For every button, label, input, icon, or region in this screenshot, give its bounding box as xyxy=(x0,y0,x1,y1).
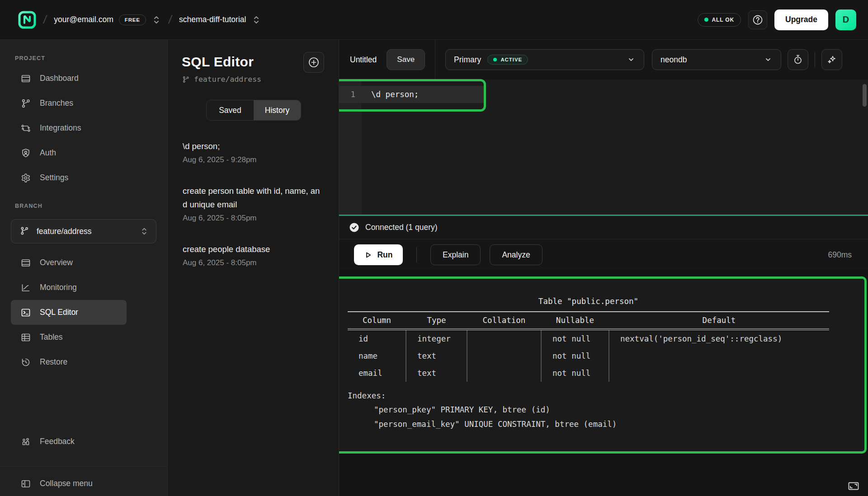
branch-selector[interactable]: feature/address xyxy=(11,219,156,243)
collapse-panel-icon xyxy=(20,478,31,489)
sidebar-item-tables[interactable]: Tables xyxy=(11,325,127,350)
gear-icon xyxy=(20,173,31,183)
sql-editor-panel: SQL Editor feature/address Saved Histor xyxy=(168,40,339,496)
analyze-button[interactable]: Analyze xyxy=(490,244,542,265)
connection-status-bar: Connected (1 query) xyxy=(339,216,868,239)
query-tab-title[interactable]: Untitled xyxy=(350,55,377,65)
history-item[interactable]: \d person; Aug 6, 2025 - 9:28pm xyxy=(183,140,324,164)
query-duration: 690ms xyxy=(828,250,852,260)
sidebar: PROJECT Dashboard Branches xyxy=(0,40,168,496)
history-list: \d person; Aug 6, 2025 - 9:28pm create p… xyxy=(182,140,339,267)
account-switcher-chevrons-icon[interactable] xyxy=(151,14,161,26)
table-row: id integer not null nextval('person_id_s… xyxy=(348,329,829,347)
git-branch-icon xyxy=(20,98,31,109)
check-circle-icon xyxy=(349,222,359,233)
sidebar-item-overview[interactable]: Overview xyxy=(11,250,127,275)
expand-results-button[interactable] xyxy=(847,481,860,491)
help-button[interactable] xyxy=(748,10,767,29)
sidebar-item-dashboard[interactable]: Dashboard xyxy=(11,66,127,91)
sidebar-item-feedback[interactable]: Feedback xyxy=(11,429,127,454)
connection-status-text: Connected (1 query) xyxy=(365,223,438,232)
status-badge[interactable]: ALL OK xyxy=(698,13,741,27)
sidebar-section-project: PROJECT xyxy=(15,55,167,61)
indexes-label: Indexes: xyxy=(348,389,864,402)
sparkles-icon xyxy=(826,54,838,66)
history-item[interactable]: create person table with id, name, and u… xyxy=(183,184,324,223)
sidebar-item-integrations[interactable]: Integrations xyxy=(11,116,127,140)
sidebar-item-sql-editor[interactable]: SQL Editor xyxy=(11,300,127,325)
sidebar-item-auth[interactable]: Auth xyxy=(11,140,127,165)
result-header-row: Column Type Collation Nullable Default xyxy=(348,312,829,329)
column-header: Column xyxy=(348,312,406,329)
new-query-button[interactable] xyxy=(303,52,324,73)
column-header: Collation xyxy=(467,312,541,329)
feedback-people-icon xyxy=(20,436,31,447)
sidebar-section-branch: BRANCH xyxy=(15,203,167,209)
dashboard-icon xyxy=(20,73,31,84)
expand-icon xyxy=(847,481,860,491)
sidebar-item-monitoring[interactable]: Monitoring xyxy=(11,275,127,300)
sidebar-divider xyxy=(0,466,167,467)
actions-divider xyxy=(416,247,417,262)
index-entry: "person_pkey" PRIMARY KEY, btree (id) xyxy=(348,402,864,417)
result-table: Column Type Collation Nullable Default i… xyxy=(348,311,829,382)
sidebar-item-settings[interactable]: Settings xyxy=(11,165,127,190)
code-text: \d person; xyxy=(371,90,419,99)
index-entry: "person_email_key" UNIQUE CONSTRAINT, bt… xyxy=(348,417,864,431)
annotation-box-results: Table "public.person" Column Type Collat… xyxy=(339,276,867,454)
editor-scrollbar[interactable] xyxy=(863,84,867,107)
chevron-down-icon xyxy=(627,55,636,64)
chevrons-updown-icon xyxy=(140,226,149,237)
line-number: 1 xyxy=(339,90,361,99)
results-area: Table "public.person" Column Type Collat… xyxy=(339,270,868,496)
neon-console: / your@email.com FREE / schema-diff-tuto… xyxy=(0,0,868,496)
breadcrumb-separator: / xyxy=(42,13,48,27)
monitoring-chart-icon xyxy=(20,282,31,293)
account-email[interactable]: your@email.com xyxy=(54,15,113,24)
branch-dropdown[interactable]: Primary ACTIVE xyxy=(445,49,644,70)
toolbar-divider xyxy=(815,52,815,67)
code-line[interactable]: 1 \d person; xyxy=(339,86,484,103)
status-ok-dot-icon xyxy=(704,18,708,22)
ai-assist-button[interactable] xyxy=(821,49,842,70)
git-branch-icon xyxy=(19,226,30,237)
panel-resizer[interactable] xyxy=(339,215,868,216)
save-button[interactable]: Save xyxy=(387,49,425,70)
project-switcher-chevrons-icon[interactable] xyxy=(251,14,261,26)
tab-history[interactable]: History xyxy=(254,100,301,120)
sidebar-item-collapse-menu[interactable]: Collapse menu xyxy=(11,471,127,496)
query-actions: Run Explain Analyze 690ms xyxy=(339,240,868,270)
stopwatch-icon xyxy=(792,54,804,66)
top-header: / your@email.com FREE / schema-diff-tuto… xyxy=(0,0,868,40)
active-dot-icon xyxy=(493,58,497,61)
plus-circle-icon xyxy=(307,56,320,69)
overview-icon xyxy=(20,257,31,268)
chevron-down-icon xyxy=(764,55,773,64)
column-header: Type xyxy=(406,312,467,329)
run-button[interactable]: Run xyxy=(354,244,403,265)
toolbar-divider xyxy=(435,40,435,80)
upgrade-button[interactable]: Upgrade xyxy=(774,9,828,30)
sidebar-item-restore[interactable]: Restore xyxy=(11,350,127,374)
query-history-timer-button[interactable] xyxy=(788,49,808,70)
project-name[interactable]: schema-diff-tutorial xyxy=(179,15,246,24)
result-table-title: Table "public.person" xyxy=(348,297,829,306)
editor-area: Untitled Save Primary ACTIVE neondb xyxy=(339,40,868,496)
user-avatar[interactable]: D xyxy=(835,9,856,30)
editor-toolbar: Untitled Save Primary ACTIVE neondb xyxy=(339,40,868,80)
history-item[interactable]: create people database Aug 6, 2025 - 8:0… xyxy=(183,243,324,267)
table-row: name text not null xyxy=(348,347,829,365)
database-dropdown[interactable]: neondb xyxy=(652,49,781,70)
explain-button[interactable]: Explain xyxy=(430,244,481,265)
column-header: Default xyxy=(609,312,829,329)
annotation-box-query: 1 \d person; xyxy=(339,79,486,112)
tab-saved[interactable]: Saved xyxy=(207,100,254,120)
active-badge: ACTIVE xyxy=(487,55,528,65)
plan-badge: FREE xyxy=(119,14,146,25)
neon-logo[interactable] xyxy=(18,11,36,29)
git-branch-icon xyxy=(182,75,190,84)
auth-shield-user-icon xyxy=(20,148,31,159)
sidebar-item-branches[interactable]: Branches xyxy=(11,91,127,116)
question-mark-icon xyxy=(752,14,764,26)
play-icon xyxy=(364,251,373,259)
